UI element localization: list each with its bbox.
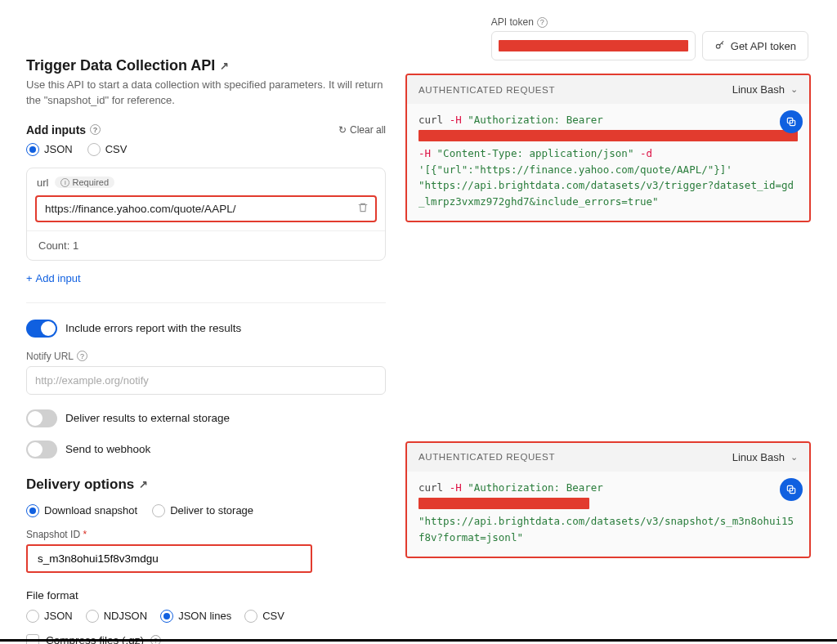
auth-request-label: AUTHENTICATED REQUEST — [418, 452, 555, 462]
input-format-radios: JSON CSV — [26, 143, 386, 156]
notify-url-input[interactable] — [26, 366, 386, 395]
file-format-label: File format — [26, 589, 386, 602]
copy-button[interactable] — [780, 110, 803, 133]
redacted-token — [499, 40, 688, 51]
language-select[interactable]: Linux Bash ⌄ — [732, 451, 798, 463]
external-storage-toggle[interactable] — [26, 409, 57, 427]
copy-button[interactable] — [780, 478, 803, 501]
radio-ff-jsonl[interactable]: JSON lines — [160, 610, 231, 623]
radio-csv[interactable]: CSV — [87, 143, 128, 156]
page-description: Use this API to start a data collection … — [26, 78, 386, 109]
refresh-icon: ↻ — [338, 124, 347, 136]
get-api-token-button[interactable]: Get API token — [702, 31, 808, 60]
trash-icon[interactable] — [357, 202, 369, 216]
send-webhook-toggle[interactable] — [26, 441, 57, 458]
radio-ff-json[interactable]: JSON — [26, 610, 73, 623]
code-body[interactable]: curl -H "Authorization: Bearer "https://… — [407, 472, 809, 557]
add-inputs-label: Add inputs ? — [26, 123, 101, 136]
redacted-token-line — [418, 498, 589, 509]
delivery-options-title: Delivery options ↗ — [26, 476, 386, 493]
external-link-icon[interactable]: ↗ — [139, 478, 148, 490]
code-panel-snapshot: AUTHENTICATED REQUEST Linux Bash ⌄ curl … — [405, 441, 811, 558]
api-token-input[interactable] — [491, 31, 696, 60]
external-link-icon[interactable]: ↗ — [220, 60, 229, 72]
radio-deliver-storage[interactable]: Deliver to storage — [152, 504, 253, 517]
redacted-token-line — [418, 130, 798, 141]
input-card: url i Required Count: 1 — [26, 168, 386, 261]
add-input-button[interactable]: + Add input — [26, 267, 386, 297]
language-select[interactable]: Linux Bash ⌄ — [732, 83, 798, 96]
key-icon — [714, 39, 726, 53]
url-input[interactable] — [35, 195, 377, 222]
info-icon: ? — [537, 17, 548, 28]
code-panel-trigger: AUTHENTICATED REQUEST Linux Bash ⌄ curl … — [405, 74, 811, 222]
divider — [26, 302, 386, 303]
bottom-rule — [0, 639, 837, 642]
code-body[interactable]: curl -H "Authorization: Bearer -H "Conte… — [407, 104, 809, 221]
chevron-down-icon: ⌄ — [790, 84, 798, 95]
count-row: Count: 1 — [27, 230, 385, 260]
plus-icon: + — [26, 272, 33, 284]
url-field-label: url — [37, 177, 48, 189]
radio-ff-ndjson[interactable]: NDJSON — [86, 610, 147, 623]
external-storage-label: Deliver results to external storage — [65, 412, 230, 424]
auth-request-label: AUTHENTICATED REQUEST — [418, 85, 555, 95]
include-errors-toggle[interactable] — [26, 320, 57, 338]
send-webhook-label: Send to webhook — [65, 443, 150, 455]
page-title: Trigger Data Collection API ↗ — [26, 57, 386, 74]
chevron-down-icon: ⌄ — [790, 452, 798, 463]
clear-all-button[interactable]: ↻ Clear all — [338, 124, 386, 136]
radio-download-snapshot[interactable]: Download snapshot — [26, 504, 137, 517]
radio-json[interactable]: JSON — [26, 143, 73, 156]
snapshot-id-label: Snapshot ID * — [26, 529, 386, 540]
include-errors-label: Include errors report with the results — [65, 322, 241, 334]
required-badge: i Required — [55, 177, 114, 188]
api-token-label: API token ? — [491, 16, 548, 28]
snapshot-id-input[interactable] — [26, 544, 312, 573]
info-icon[interactable]: ? — [77, 351, 87, 361]
info-icon[interactable]: ? — [90, 124, 101, 135]
radio-ff-csv[interactable]: CSV — [244, 610, 284, 623]
notify-url-label: Notify URL ? — [26, 351, 386, 362]
